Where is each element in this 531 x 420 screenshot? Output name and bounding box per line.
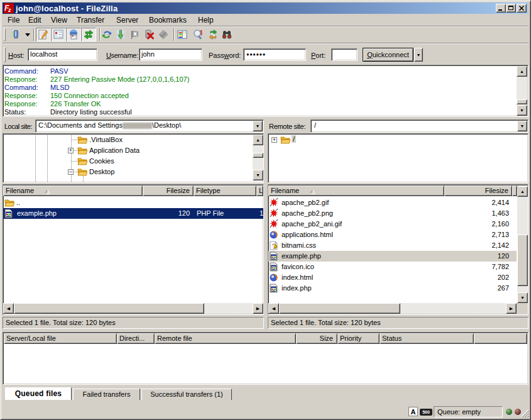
- svg-text:z: z: [8, 7, 11, 13]
